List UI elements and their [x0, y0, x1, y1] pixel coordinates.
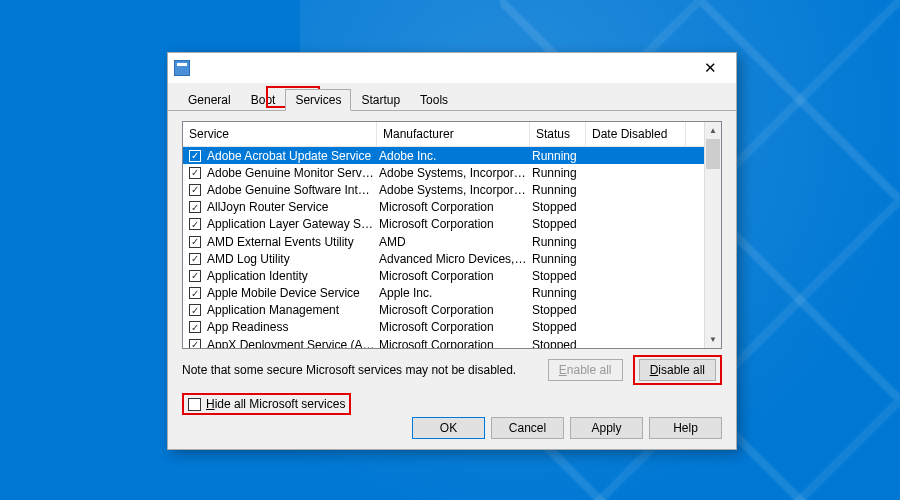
cell-manufacturer: Adobe Systems, Incorpora... [377, 183, 530, 197]
table-row[interactable]: ✓Adobe Acrobat Update ServiceAdobe Inc.R… [183, 147, 704, 164]
tab-boot[interactable]: Boot [241, 89, 286, 110]
row-checkbox[interactable]: ✓ [189, 167, 201, 179]
tab-content: Service Manufacturer Status Date Disable… [168, 111, 736, 415]
cell-manufacturer: Adobe Inc. [377, 149, 530, 163]
cancel-button[interactable]: Cancel [491, 417, 564, 439]
row-checkbox[interactable]: ✓ [189, 321, 201, 333]
table-row[interactable]: ✓Apple Mobile Device ServiceApple Inc.Ru… [183, 285, 704, 302]
row-checkbox[interactable]: ✓ [189, 253, 201, 265]
cell-service: Adobe Acrobat Update Service [205, 149, 377, 163]
secure-services-note: Note that some secure Microsoft services… [182, 363, 538, 377]
row-checkbox[interactable]: ✓ [189, 304, 201, 316]
cell-service: Apple Mobile Device Service [205, 286, 377, 300]
cell-manufacturer: Apple Inc. [377, 286, 530, 300]
cell-status: Stopped [530, 217, 586, 231]
cell-service: App Readiness [205, 320, 377, 334]
cell-manufacturer: AMD [377, 235, 530, 249]
cell-manufacturer: Microsoft Corporation [377, 303, 530, 317]
cell-service: Adobe Genuine Software Integri... [205, 183, 377, 197]
cell-service: AppX Deployment Service (AppX... [205, 338, 377, 348]
cell-manufacturer: Microsoft Corporation [377, 338, 530, 348]
cell-manufacturer: Adobe Systems, Incorpora... [377, 166, 530, 180]
cell-service: Application Layer Gateway Service [205, 217, 377, 231]
table-row[interactable]: ✓App ReadinessMicrosoft CorporationStopp… [183, 319, 704, 336]
table-row[interactable]: ✓AllJoyn Router ServiceMicrosoft Corpora… [183, 199, 704, 216]
cell-service: Adobe Genuine Monitor Service [205, 166, 377, 180]
row-checkbox[interactable]: ✓ [189, 270, 201, 282]
cell-status: Running [530, 149, 586, 163]
row-checkbox[interactable]: ✓ [189, 287, 201, 299]
row-checkbox[interactable]: ✓ [189, 236, 201, 248]
scrollbar[interactable]: ▲ ▼ [704, 122, 721, 348]
ok-button[interactable]: OK [412, 417, 485, 439]
table-row[interactable]: ✓Application ManagementMicrosoft Corpora… [183, 302, 704, 319]
cell-status: Stopped [530, 200, 586, 214]
msconfig-dialog: ✕ General Boot Services Startup Tools Se… [167, 52, 737, 450]
cell-status: Running [530, 183, 586, 197]
col-date-disabled[interactable]: Date Disabled [586, 122, 686, 146]
scroll-thumb[interactable] [706, 139, 720, 169]
cell-service: AMD External Events Utility [205, 235, 377, 249]
tab-startup[interactable]: Startup [351, 89, 410, 110]
table-row[interactable]: ✓Adobe Genuine Monitor ServiceAdobe Syst… [183, 164, 704, 181]
row-checkbox[interactable]: ✓ [189, 184, 201, 196]
disable-all-highlight: Disable all [633, 355, 722, 385]
dialog-footer: OK Cancel Apply Help [412, 417, 722, 439]
table-row[interactable]: ✓Adobe Genuine Software Integri...Adobe … [183, 181, 704, 198]
tab-tools[interactable]: Tools [410, 89, 458, 110]
row-checkbox[interactable]: ✓ [189, 150, 201, 162]
cell-service: AMD Log Utility [205, 252, 377, 266]
enable-all-button: Enable all [548, 359, 623, 381]
cell-service: AllJoyn Router Service [205, 200, 377, 214]
app-icon [174, 60, 190, 76]
list-rows: ✓Adobe Acrobat Update ServiceAdobe Inc.R… [183, 147, 704, 348]
scroll-up-icon[interactable]: ▲ [705, 122, 721, 139]
cell-status: Stopped [530, 320, 586, 334]
help-button[interactable]: Help [649, 417, 722, 439]
hide-microsoft-label[interactable]: Hide all Microsoft services [206, 397, 345, 411]
cell-status: Stopped [530, 303, 586, 317]
table-row[interactable]: ✓AMD External Events UtilityAMDRunning [183, 233, 704, 250]
col-manufacturer[interactable]: Manufacturer [377, 122, 530, 146]
disable-all-button[interactable]: Disable all [639, 359, 716, 381]
hide-microsoft-checkbox[interactable] [188, 398, 201, 411]
cell-manufacturer: Microsoft Corporation [377, 269, 530, 283]
tab-general[interactable]: General [178, 89, 241, 110]
col-status[interactable]: Status [530, 122, 586, 146]
row-checkbox[interactable]: ✓ [189, 339, 201, 348]
cell-manufacturer: Microsoft Corporation [377, 200, 530, 214]
row-checkbox[interactable]: ✓ [189, 201, 201, 213]
list-header[interactable]: Service Manufacturer Status Date Disable… [183, 122, 704, 147]
cell-status: Running [530, 235, 586, 249]
services-list[interactable]: Service Manufacturer Status Date Disable… [182, 121, 722, 349]
scroll-down-icon[interactable]: ▼ [705, 331, 721, 348]
cell-status: Stopped [530, 338, 586, 348]
table-row[interactable]: ✓AMD Log UtilityAdvanced Micro Devices, … [183, 250, 704, 267]
hide-microsoft-highlight: Hide all Microsoft services [182, 393, 351, 415]
close-button[interactable]: ✕ [690, 54, 730, 82]
cell-status: Running [530, 166, 586, 180]
cell-manufacturer: Microsoft Corporation [377, 217, 530, 231]
tab-services[interactable]: Services [285, 89, 351, 111]
apply-button[interactable]: Apply [570, 417, 643, 439]
cell-manufacturer: Advanced Micro Devices, I... [377, 252, 530, 266]
col-service[interactable]: Service [183, 122, 377, 146]
cell-service: Application Management [205, 303, 377, 317]
cell-manufacturer: Microsoft Corporation [377, 320, 530, 334]
close-icon: ✕ [704, 59, 717, 77]
titlebar[interactable]: ✕ [168, 53, 736, 83]
row-checkbox[interactable]: ✓ [189, 218, 201, 230]
table-row[interactable]: ✓Application IdentityMicrosoft Corporati… [183, 267, 704, 284]
cell-status: Running [530, 286, 586, 300]
tab-strip: General Boot Services Startup Tools [168, 83, 736, 111]
cell-status: Stopped [530, 269, 586, 283]
table-row[interactable]: ✓AppX Deployment Service (AppX...Microso… [183, 336, 704, 348]
table-row[interactable]: ✓Application Layer Gateway ServiceMicros… [183, 216, 704, 233]
cell-status: Running [530, 252, 586, 266]
cell-service: Application Identity [205, 269, 377, 283]
